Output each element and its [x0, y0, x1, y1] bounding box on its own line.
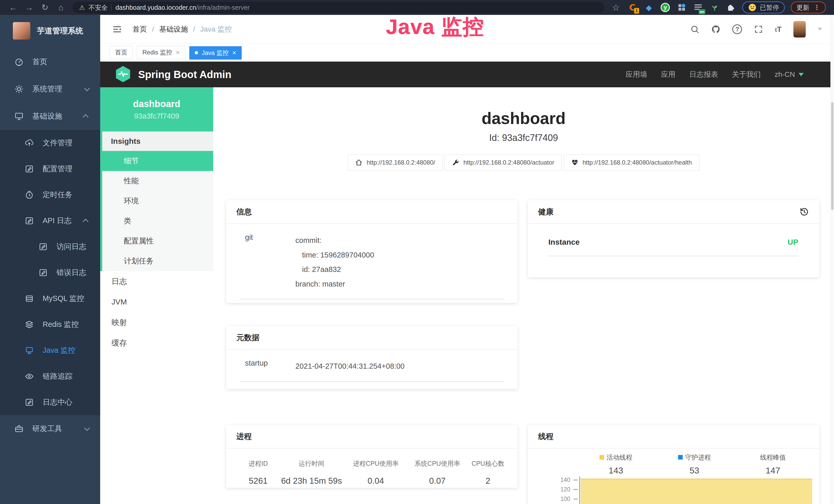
avatar-caret-down-icon[interactable] [817, 28, 822, 30]
update-button[interactable]: 更新 ⋮ [791, 2, 826, 13]
tab-home[interactable]: 首页 [110, 46, 133, 59]
user-avatar[interactable] [793, 21, 806, 38]
history-icon[interactable] [799, 207, 809, 217]
url-bar[interactable]: ⚠ 不安全 dashboard.yudao.iocoder.cn/infra/a… [72, 2, 604, 13]
sba-item-classes[interactable]: 类 [102, 211, 213, 231]
sidebar-item-dev-tools[interactable]: 研发工具 [0, 415, 100, 442]
browser-menu-icon[interactable]: ⋮ [813, 4, 820, 12]
timer-icon [25, 190, 34, 200]
sba-navbar: Spring Boot Admin 应用墙 应用 日志报表 关于我们 zh-CN [100, 62, 834, 87]
extension-badge: 1 [634, 8, 639, 14]
sidebar-item-redis-monitor[interactable]: Redis 监控 [0, 312, 100, 337]
sidebar-item-file-management[interactable]: 文件管理 [0, 130, 100, 156]
breadcrumb-infrastructure[interactable]: 基础设施 [159, 24, 188, 34]
security-label: 不安全 [88, 3, 108, 12]
process-col-proc-cpu: 进程CPU使用率 [343, 458, 409, 468]
page-scrollbar[interactable] [830, 15, 834, 504]
app-title: 芋道管理系统 [37, 26, 83, 36]
sba-brand[interactable]: Spring Boot Admin [114, 65, 232, 84]
tab-java-monitor[interactable]: Java 监控 × [189, 46, 242, 60]
threads-values: 143 53 147 [538, 465, 812, 476]
green-y-extension-icon[interactable]: y [660, 2, 671, 13]
peak-threads-value: 147 [733, 465, 812, 476]
health-card: 健康 Instance UP [528, 200, 819, 277]
actuator-url-chip[interactable]: http://192.168.0.2:48080/actuator [445, 155, 562, 170]
blue-gem-extension-icon[interactable]: ◆ [644, 2, 654, 13]
health-url-chip[interactable]: http://192.168.0.2:48080/actuator/health [564, 155, 699, 170]
sba-item-metrics[interactable]: 性能 [102, 171, 213, 191]
emoji-avatar-icon [748, 3, 757, 12]
sba-item-jvm[interactable]: JVM [100, 292, 213, 312]
sba-link-journal[interactable]: 日志报表 [689, 70, 718, 79]
scrollbar-thumb[interactable] [831, 102, 833, 210]
close-icon[interactable]: × [233, 49, 236, 57]
monitor-icon [14, 112, 24, 121]
sidebar-item-access-logs[interactable]: 访问日志 [0, 234, 100, 259]
tags-view-bar: 首页 Redis 监控 × Java 监控 × [100, 44, 834, 62]
bookmark-star-icon[interactable]: ☆ [611, 2, 621, 13]
text-size-icon[interactable]: tT [775, 25, 782, 33]
live-threads-label: 活动线程 [607, 453, 632, 462]
main-column: 首页 / 基础设施 / Java 监控 ? tT 首页 Redis 监控 [100, 15, 834, 504]
health-card-title: 健康 [538, 207, 553, 217]
github-icon[interactable] [711, 25, 721, 34]
sba-item-scheduled[interactable]: 计划任务 [102, 251, 213, 271]
sidebar-item-home[interactable]: 首页 [0, 48, 100, 75]
sba-item-mappings[interactable]: 映射 [100, 312, 213, 333]
puzzle-extension-icon[interactable] [726, 2, 736, 13]
threads-legend: 活动线程 守护进程 线程峰值 [538, 452, 812, 462]
process-col-sys-cpu: 系统CPU使用率 [409, 458, 466, 468]
locale-select[interactable]: zh-CN [775, 70, 804, 78]
app-logo[interactable]: 芋道管理系统 [0, 15, 100, 48]
fullscreen-icon[interactable] [754, 25, 763, 34]
sba-link-about[interactable]: 关于我们 [732, 70, 761, 79]
instance-header[interactable]: dashboard 93a3fc7f7409 [100, 87, 213, 132]
home-icon[interactable]: ⌂ [53, 3, 69, 12]
sidebar-fold-icon[interactable] [112, 24, 122, 35]
sba-link-applications[interactable]: 应用 [661, 70, 676, 79]
sidebar-item-system[interactable]: 系统管理 [0, 75, 100, 103]
list-on-extension-icon[interactable]: on [693, 2, 703, 13]
eye-icon [25, 372, 34, 381]
metadata-card-title: 元数据 [226, 326, 518, 350]
profile-paused-pill[interactable]: 已暂停 [742, 2, 785, 13]
reload-icon[interactable]: ↻ [37, 3, 53, 12]
plant-extension-icon[interactable] [709, 2, 720, 13]
back-icon[interactable]: ← [5, 3, 21, 12]
sidebar-item-mysql-monitor[interactable]: MySQL 监控 [0, 285, 100, 312]
info-row-label: git [236, 233, 295, 291]
health-instance-row[interactable]: Instance UP [548, 238, 798, 256]
sba-link-wallboard[interactable]: 应用墙 [626, 70, 647, 79]
sidebar-item-tracing[interactable]: 链路追踪 [0, 363, 100, 389]
service-url-chip[interactable]: http://192.168.0.2:48080/ [348, 155, 443, 170]
process-pid: 5261 [236, 468, 280, 486]
sidebar-item-config-management[interactable]: 配置管理 [0, 156, 100, 182]
home-icon [355, 159, 363, 166]
search-icon[interactable] [690, 25, 699, 34]
toolbox-icon [14, 424, 24, 433]
insights-section-header: Insights [102, 132, 213, 151]
sidebar-item-java-monitor[interactable]: Java 监控 [0, 337, 100, 363]
close-icon[interactable]: × [176, 48, 179, 56]
daemon-threads-swatch [678, 455, 683, 460]
edit-square-icon [25, 398, 34, 407]
sidebar-item-error-logs[interactable]: 错误日志 [0, 259, 100, 285]
sba-main: dashboard Id: 93a3fc7f7409 http://192.16… [213, 87, 834, 504]
breadcrumb-home[interactable]: 首页 [133, 24, 147, 34]
chevron-down-icon [84, 425, 90, 431]
sidebar-item-api-logs[interactable]: API 日志 [0, 208, 100, 234]
tab-redis-monitor[interactable]: Redis 监控 × [137, 46, 185, 59]
grid-extension-icon[interactable] [677, 2, 687, 13]
sba-item-details[interactable]: 细节 [102, 151, 213, 171]
sidebar-item-scheduled-tasks[interactable]: 定时任务 [0, 182, 100, 208]
sba-item-environment[interactable]: 环境 [102, 191, 213, 211]
help-icon[interactable]: ? [732, 24, 742, 34]
forward-icon[interactable]: → [21, 3, 37, 12]
sba-item-logs[interactable]: 日志 [100, 271, 213, 292]
sidebar-item-log-center[interactable]: 日志中心 [0, 389, 100, 415]
process-col-uptime: 运行时间 [280, 458, 343, 468]
sba-item-config-props[interactable]: 配置属性 [102, 231, 213, 251]
sidebar-item-infrastructure[interactable]: 基础设施 [0, 103, 100, 130]
sba-item-caches[interactable]: 缓存 [100, 333, 213, 353]
orange-c-extension-icon[interactable]: C1 [627, 2, 637, 13]
